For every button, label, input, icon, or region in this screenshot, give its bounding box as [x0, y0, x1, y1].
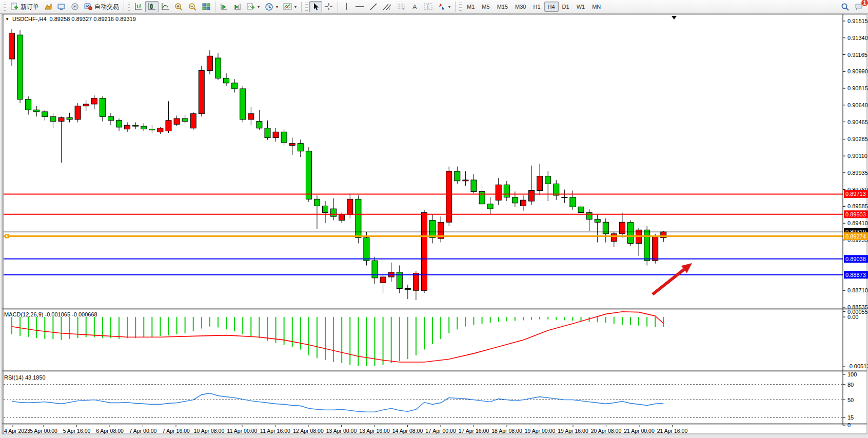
toolbar-grip[interactable]: [305, 2, 308, 11]
bear-candle: [372, 261, 378, 278]
bear-candle: [42, 112, 48, 116]
time-axis-label: 7 Apr 00:00: [129, 428, 157, 434]
toolbar-grip[interactable]: [4, 2, 6, 11]
text-label-tool-button[interactable]: T: [421, 1, 435, 12]
bull-candle: [248, 114, 254, 120]
timeframe-button-mn[interactable]: MN: [588, 2, 604, 12]
bull-candle: [380, 277, 386, 283]
fibonacci-tool-button[interactable]: F: [394, 1, 409, 12]
auto-scroll-button[interactable]: [218, 1, 231, 12]
time-axis-label: 11 Apr 00:00: [227, 428, 258, 434]
chart-canvas[interactable]: 0.915150.913400.911650.909900.908150.906…: [0, 14, 868, 438]
chart-title-row: ▼ USDCHF-,H4 0.89258 0.89327 0.89216 0.8…: [5, 16, 136, 22]
tile-windows-button[interactable]: [200, 1, 213, 12]
bull-candle: [273, 132, 279, 137]
bull-candle: [157, 128, 163, 132]
svg-text:T: T: [426, 4, 429, 10]
equidistant-channel-tool-button[interactable]: E: [380, 1, 394, 12]
template-icon: [283, 3, 292, 11]
autotrading-label: 自动交易: [94, 3, 119, 11]
bear-candle: [141, 126, 147, 129]
bull-candle: [207, 56, 212, 70]
bear-candle: [405, 289, 410, 290]
timeframe-button-h1[interactable]: H1: [529, 2, 544, 12]
chart-symbol-title: USDCHF-,H4: [12, 16, 47, 22]
price-badge-value: 0.88873: [845, 272, 866, 278]
cursor-tool-button[interactable]: [309, 1, 322, 12]
text-icon: A: [411, 3, 419, 11]
autotrading-button[interactable]: 自动交易: [82, 1, 122, 12]
timeframe-button-d1[interactable]: D1: [559, 2, 573, 12]
crosshair-tool-button[interactable]: [322, 1, 336, 12]
time-axis-label: 4 Apr 2023: [4, 428, 30, 434]
bear-candle: [644, 230, 650, 261]
svg-text:F: F: [403, 7, 405, 11]
rsi-axis-label: 80: [847, 382, 854, 388]
timeframe-button-m30[interactable]: M30: [511, 2, 529, 12]
text-label-icon: T: [424, 3, 432, 11]
macd-axis-label: 0.00: [847, 314, 858, 320]
bear-candle: [50, 116, 56, 121]
bear-candle: [512, 197, 518, 203]
bear-candle: [108, 116, 114, 121]
zoom-out-button[interactable]: [186, 1, 200, 12]
bear-candle: [479, 191, 485, 204]
chart-shift-button[interactable]: [231, 1, 244, 12]
time-axis-label: 17 Apr 16:00: [459, 428, 489, 434]
bar-chart-type-button[interactable]: [132, 1, 145, 12]
time-axis-label: 17 Apr 00:00: [425, 428, 456, 434]
timeframe-button-m5[interactable]: M5: [478, 2, 493, 12]
expert-advisors-button[interactable]: [55, 1, 68, 12]
time-axis-label: 6 Apr 08:00: [96, 428, 124, 434]
chart-title-dropdown-icon[interactable]: ▼: [5, 17, 9, 22]
notifications-button[interactable]: 1: [852, 1, 866, 12]
time-axis-label: 14 Apr 08:00: [392, 428, 423, 434]
bear-candle: [17, 35, 23, 99]
price-axis-label: 0.89935: [847, 170, 868, 176]
bull-candle: [611, 234, 617, 242]
mt4-window: 新订单 自动交易: [0, 0, 868, 438]
timeframe-button-m15[interactable]: M15: [494, 2, 511, 12]
price-axis-label: 0.91340: [847, 35, 868, 41]
vertical-line-tool-button[interactable]: [340, 1, 352, 12]
horizontal-line-tool-button[interactable]: [352, 1, 367, 12]
toolbar-grip[interactable]: [459, 2, 462, 11]
timeframe-button-m1[interactable]: M1: [463, 2, 478, 12]
timeframe-button-h4[interactable]: H4: [544, 2, 559, 12]
templates-button[interactable]: ▾: [281, 1, 299, 12]
text-tool-button[interactable]: A: [409, 1, 421, 12]
candlestick-type-button[interactable]: [145, 1, 159, 12]
add-indicator-button[interactable]: ▾: [244, 1, 262, 12]
bull-candle: [413, 273, 419, 291]
trendline-tool-button[interactable]: [367, 1, 380, 12]
bull-candle: [529, 191, 535, 202]
timeframe-button-w1[interactable]: W1: [573, 2, 589, 12]
bull-candle: [91, 98, 97, 104]
toolbar-grip[interactable]: [128, 2, 130, 11]
rsi-axis-label: 0: [847, 422, 851, 428]
price-badge-value: 0.89038: [845, 256, 866, 262]
bear-candle: [265, 128, 270, 138]
price-badge-value: 0.89274: [845, 233, 866, 240]
bear-candle: [224, 78, 229, 83]
periods-button[interactable]: ▾: [262, 1, 281, 12]
time-axis-label: 19 Apr 00:00: [525, 428, 556, 434]
bull-candle: [289, 144, 295, 146]
line-chart-type-button[interactable]: [159, 1, 172, 12]
zoom-in-button[interactable]: [172, 1, 186, 12]
price-axis-label: 0.90110: [847, 153, 867, 159]
bear-candle: [314, 199, 320, 206]
dropdown-caret: ▾: [276, 5, 278, 9]
time-axis-label: 20 Apr 08:00: [591, 428, 622, 434]
signals-button[interactable]: [68, 1, 82, 12]
search-button[interactable]: [838, 1, 852, 12]
chart-shift-icon: [233, 3, 242, 11]
charts-button[interactable]: [42, 1, 55, 12]
main-toolbar: 新订单 自动交易: [0, 0, 868, 14]
bear-candle: [487, 204, 493, 209]
rsi-axis-label: 100: [847, 371, 857, 377]
new-order-button[interactable]: 新订单: [8, 1, 42, 12]
svg-text:E: E: [389, 7, 391, 11]
arrows-tool-button[interactable]: ▾: [435, 1, 453, 12]
time-axis-label: 18 Apr 08:00: [491, 428, 522, 434]
